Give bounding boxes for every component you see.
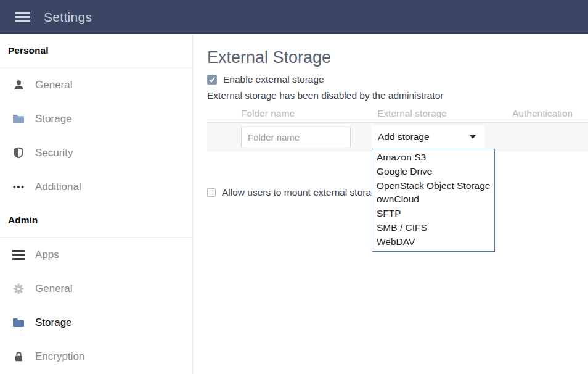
- add-storage-select[interactable]: Add storage: [372, 125, 484, 149]
- folder-icon: [12, 113, 25, 125]
- folder-icon: [12, 317, 25, 329]
- allow-mount-label: Allow users to mount external storage: [222, 187, 382, 198]
- dropdown-option-google-drive[interactable]: Google Drive: [372, 165, 494, 179]
- dropdown-option-sftp[interactable]: SFTP: [372, 207, 494, 221]
- sidebar-item-label: General: [35, 79, 72, 91]
- page-title: External Storage: [207, 48, 588, 67]
- folder-name-input[interactable]: [241, 127, 351, 148]
- sidebar-item-personal-additional[interactable]: Additional: [0, 170, 192, 204]
- sidebar-item-personal-general[interactable]: General: [0, 68, 192, 102]
- table-header-row: Folder name External storage Authenticat…: [207, 104, 588, 123]
- topbar: Settings: [0, 0, 588, 34]
- enable-external-storage-row: Enable external storage: [207, 74, 588, 85]
- sidebar-item-personal-storage[interactable]: Storage: [0, 102, 192, 136]
- sidebar-item-personal-security[interactable]: Security: [0, 136, 192, 170]
- gear-icon: [12, 283, 25, 295]
- authentication-column-header: Authentication: [498, 108, 588, 119]
- folder-name-cell: [241, 127, 372, 148]
- storage-type-dropdown: Amazon S3 Google Drive OpenStack Object …: [372, 149, 495, 252]
- enable-external-storage-label: Enable external storage: [223, 74, 324, 85]
- dropdown-option-smb-cifs[interactable]: SMB / CIFS: [372, 221, 494, 235]
- dots-icon: [12, 181, 25, 193]
- add-storage-select-value: Add storage: [378, 131, 430, 143]
- section-heading-personal: Personal: [0, 34, 192, 68]
- sidebar-item-admin-apps[interactable]: Apps: [0, 238, 192, 272]
- chevron-down-icon: [470, 135, 476, 139]
- dropdown-option-openstack[interactable]: OpenStack Object Storage: [372, 179, 494, 193]
- dropdown-option-webdav[interactable]: WebDAV: [372, 235, 494, 249]
- disabled-by-admin-notice: External storage has been disabled by th…: [207, 90, 588, 101]
- sidebar-item-label: Additional: [35, 181, 81, 193]
- allow-mount-checkbox[interactable]: [207, 188, 216, 197]
- shield-icon: [12, 147, 25, 159]
- external-storage-cell: Add storage: [372, 125, 498, 149]
- external-storage-table: Folder name External storage Authenticat…: [207, 104, 588, 151]
- user-icon: [12, 79, 25, 91]
- sidebar-item-admin-general[interactable]: General: [0, 272, 192, 305]
- settings-sidebar: Personal General Storage Security Additi…: [0, 34, 193, 374]
- check-icon: [208, 76, 216, 83]
- enable-external-storage-checkbox[interactable]: [207, 75, 217, 85]
- dropdown-option-amazon-s3[interactable]: Amazon S3: [372, 151, 494, 165]
- sidebar-item-label: Encryption: [35, 351, 84, 363]
- sidebar-item-admin-storage[interactable]: Storage: [0, 305, 192, 339]
- sidebar-item-label: Storage: [35, 113, 72, 125]
- sidebar-item-label: Apps: [35, 249, 59, 261]
- sidebar-item-label: General: [35, 283, 72, 295]
- dropdown-option-owncloud[interactable]: ownCloud: [372, 193, 494, 207]
- lock-icon: [12, 351, 25, 363]
- menu-icon[interactable]: [10, 7, 35, 28]
- folder-name-column-header: Folder name: [241, 108, 372, 119]
- sidebar-item-admin-encryption[interactable]: Encryption: [0, 339, 192, 373]
- sidebar-item-label: Security: [35, 147, 73, 159]
- section-heading-admin: Admin: [0, 204, 192, 238]
- app-title: Settings: [44, 10, 92, 25]
- external-storage-column-header: External storage: [372, 108, 498, 119]
- sidebar-item-label: Storage: [35, 317, 72, 329]
- new-storage-row: Add storage: [207, 123, 588, 151]
- menu-bars-icon: [12, 249, 25, 261]
